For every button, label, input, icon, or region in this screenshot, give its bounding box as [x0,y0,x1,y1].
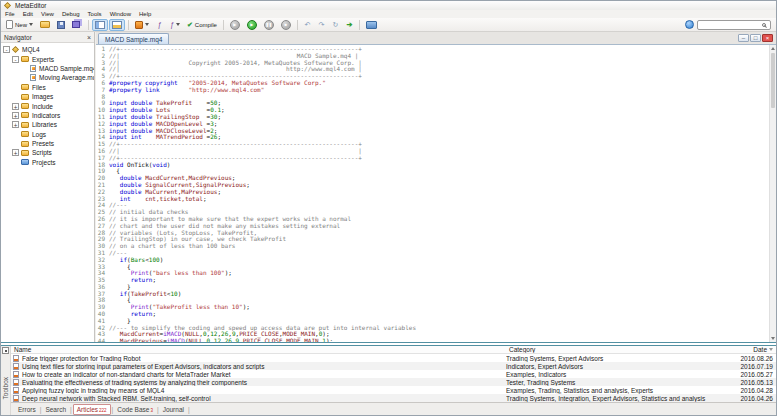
article-row[interactable]: Deep neural network with Stacked RBM. Se… [11,394,776,402]
toolbox-label: Toolbox [2,377,9,399]
articles-grid: Name Category Date False trigger protect… [11,346,776,404]
article-date: 2016.05.27 [738,371,776,378]
tree-item-indicators[interactable]: +Indicators [1,111,94,120]
expand-icon[interactable]: + [12,103,19,110]
line-number: 17 [96,154,109,161]
column-header-category[interactable]: Category [506,346,738,353]
toolbox-tab-articles[interactable]: Articles222 [73,404,111,415]
expand-icon[interactable]: + [12,149,19,156]
folder-icon [21,56,29,62]
scrollbar-thumb[interactable] [771,53,775,108]
dock-icon[interactable] [2,347,9,354]
menu-item-debug[interactable]: Debug [58,10,84,18]
search-input[interactable] [700,21,762,29]
code-line: 32 if(Bars<100) [96,256,769,263]
open-file-button[interactable] [37,19,53,31]
save-button[interactable] [54,19,68,31]
toolbox-tab-errors[interactable]: Errors [15,405,39,414]
article-date: 2016.08.26 [738,355,776,362]
document-tab[interactable]: MACD Sample.mq4 [98,33,169,44]
restore-button[interactable]: □ [750,34,761,42]
expand-icon[interactable]: + [12,112,19,119]
styler-button[interactable] [132,19,152,31]
chevron-down-icon [176,23,180,26]
tree-item-macd-sample-mq4[interactable]: MACD Sample.mq4 [1,64,94,73]
code-line: 38 { [96,296,769,303]
line-number: 30 [96,242,109,249]
step-into-button[interactable]: ↶ [301,19,314,31]
new-button[interactable]: New [3,19,36,31]
debug-pause-button[interactable]: ❚❚ [261,19,277,31]
toolbox-tab-code-base[interactable]: Code Base3 [114,405,156,414]
code-line: 33 { [96,263,769,270]
article-category: Trading Systems, Integration, Expert Adv… [506,395,738,402]
tree-item-scripts[interactable]: +Scripts [1,148,94,157]
menu-item-help[interactable]: Help [135,10,155,18]
menu-item-edit[interactable]: Edit [19,10,37,18]
collapse-icon[interactable]: - [12,56,19,63]
mql-file-icon [30,74,36,81]
editor-vertical-scrollbar[interactable] [769,45,776,342]
close-icon[interactable]: × [87,33,91,42]
column-header-name[interactable]: Name [11,346,506,353]
tree-item-moving-average-mq4[interactable]: Moving Average.mq4 [1,73,94,82]
debug-start-button[interactable]: ▶ [227,19,243,31]
line-number: 35 [96,276,109,283]
expand-icon[interactable]: + [12,121,19,128]
help-globe-button[interactable] [685,20,694,29]
profiler-options-button[interactable]: ƒ [167,19,183,31]
tree-item-logs[interactable]: Logs [1,130,94,139]
toolbar: New ƒ ƒ ✔ Compile ▶ ▶ ❚❚ ■ ↶ ↷ ↻ ➔ [1,18,776,32]
tree-item-include[interactable]: +Include [1,101,94,110]
tree-item-projects[interactable]: Projects [1,158,94,167]
step-over-button[interactable]: ↷ [315,19,328,31]
close-button[interactable]: × [762,34,773,42]
app-logo-icon [4,2,11,9]
toolbox-toggle-button[interactable] [109,19,125,31]
compile-button[interactable]: ✔ Compile [184,19,220,31]
toolbar-separator [359,20,360,30]
menu-item-view[interactable]: View [37,10,58,18]
metaquotes-id-button[interactable] [69,19,85,31]
tree-item-libraries[interactable]: +Libraries [1,120,94,129]
code-line: 29// TrailingStop) in our case, we check… [96,235,769,242]
step-out-button[interactable]: ↻ [329,19,342,31]
minimize-button[interactable]: – [738,34,749,42]
article-category: Tester, Trading Systems [506,379,738,386]
toolbox-tab-search[interactable]: Search [42,405,69,414]
tree-item-experts[interactable]: -Experts [1,54,94,63]
column-header-date[interactable]: Date [738,346,776,353]
code-line: 40 return; [96,310,769,317]
menu-item-tools[interactable]: Tools [84,10,106,18]
scroll-down-icon[interactable] [771,337,775,340]
article-row[interactable]: False trigger protection for Trading Rob… [11,354,776,362]
article-icon [13,379,19,386]
search-icon[interactable] [762,23,766,27]
tree-item-mql4[interactable]: -MQL4 [1,45,94,54]
article-row[interactable]: Using text files for storing input param… [11,362,776,370]
code-editor[interactable]: 1//+------------------------------------… [96,45,769,342]
toolbox-tab-journal[interactable]: Journal [160,405,187,414]
article-row[interactable]: Evaluating the effectiveness of trading … [11,378,776,386]
code-line: 2//| MACD Sample.mq4 | [96,52,769,59]
tree-item-presets[interactable]: Presets [1,139,94,148]
debug-stop-button[interactable]: ■ [278,19,294,31]
scroll-up-icon[interactable] [771,47,775,50]
article-row[interactable]: How to create an indicator of non-standa… [11,370,776,378]
article-row[interactable]: Applying fuzzy logic in trading by means… [11,386,776,394]
tree-item-files[interactable]: Files [1,83,94,92]
go-button[interactable]: ➔ [343,19,356,31]
folder-icon [21,122,29,128]
debug-continue-button[interactable]: ▶ [244,19,260,31]
folder-icon [21,131,29,137]
navigator-toggle-button[interactable] [92,19,108,31]
profiler-button[interactable]: ƒ [153,19,166,31]
toolbar-separator [128,20,129,30]
tree-item-images[interactable]: Images [1,92,94,101]
terminal-button[interactable] [363,19,380,31]
menu-item-file[interactable]: File [1,10,19,18]
line-number: 26 [96,215,109,222]
collapse-icon[interactable]: - [3,46,10,53]
menu-item-window[interactable]: Window [106,10,135,18]
line-number: 11 [96,113,109,120]
